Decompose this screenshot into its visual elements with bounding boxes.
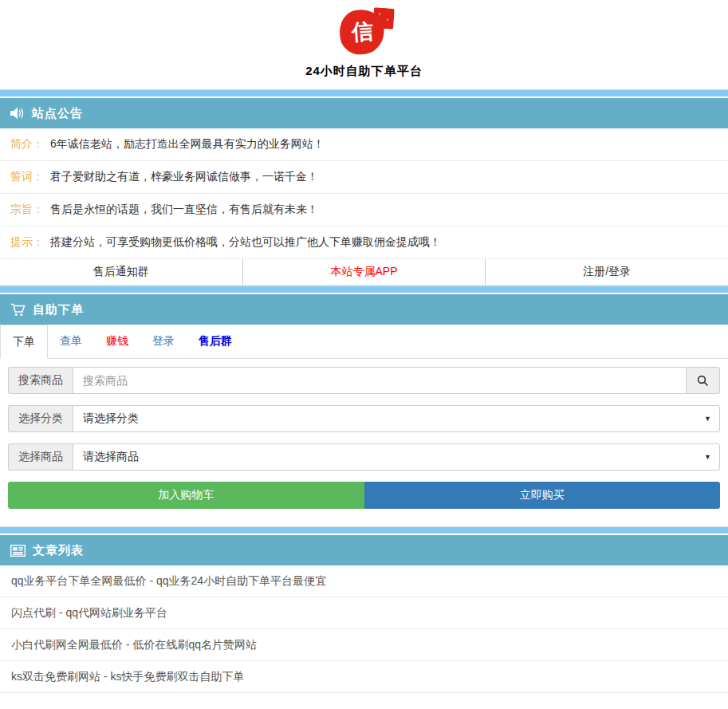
notice-section-header: 站点公告 xyxy=(0,98,728,128)
article-item[interactable]: 闪点代刷 - qq代网站刷业务平台 xyxy=(0,597,728,629)
aftersale-group-link[interactable]: 售后通知群 xyxy=(0,259,243,285)
article-list: qq业务平台下单全网最低价 - qq业务24小时自助下单平台最便宜 闪点代刷 -… xyxy=(0,565,728,693)
product-select[interactable]: 请选择商品 ▼ xyxy=(73,443,720,471)
tab-login[interactable]: 登录 xyxy=(140,325,187,358)
notice-item: 简介： 6年诚信老站，励志打造出全网最具有实力的业务网站！ xyxy=(0,128,728,161)
order-form: 搜索商品 选择分类 请选择分类 ▼ 选择商品 请选择商品 ▼ 加入购物车 立即购… xyxy=(0,359,728,526)
product-select-value: 请选择商品 xyxy=(83,450,139,464)
buy-now-button[interactable]: 立即购买 xyxy=(364,482,721,509)
articles-section-header: 文章列表 xyxy=(0,535,728,565)
category-select[interactable]: 请选择分类 ▼ xyxy=(73,405,720,432)
category-group: 选择分类 请选择分类 ▼ xyxy=(8,405,720,432)
site-app-link[interactable]: 本站专属APP xyxy=(243,259,486,285)
category-addon-label: 选择分类 xyxy=(8,405,73,432)
search-icon xyxy=(697,375,709,387)
tab-earn-money[interactable]: 赚钱 xyxy=(94,325,140,358)
order-section-title: 自助下单 xyxy=(33,302,84,317)
notice-quick-links: 售后通知群 本站专属APP 注册/登录 xyxy=(0,259,728,286)
notice-list: 简介： 6年诚信老站，励志打造出全网最具有实力的业务网站！ 誓词： 君子爱财助之… xyxy=(0,128,728,259)
order-section-header: 自助下单 xyxy=(0,294,728,325)
notice-item-text: 6年诚信老站，励志打造出全网最具有实力的业务网站！ xyxy=(50,137,325,152)
site-title: 24小时自助下单平台 xyxy=(0,64,728,79)
search-input[interactable] xyxy=(73,367,687,394)
product-addon-label: 选择商品 xyxy=(8,443,73,471)
chevron-down-icon: ▼ xyxy=(704,415,711,423)
site-header: 信 24小时自助下单平台 xyxy=(0,0,728,89)
article-item[interactable]: ks双击免费刷网站 - ks快手免费刷双击自助下单 xyxy=(0,661,728,693)
site-logo: 信 xyxy=(329,6,400,57)
search-button[interactable] xyxy=(687,367,720,394)
add-to-cart-button[interactable]: 加入购物车 xyxy=(8,482,364,509)
tab-check-order[interactable]: 查单 xyxy=(48,325,94,358)
article-item[interactable]: 小白代刷网全网最低价 - 低价在线刷qq名片赞网站 xyxy=(0,629,728,661)
notice-item: 宗旨： 售后是永恒的话题，我们一直坚信，有售后就有未来！ xyxy=(0,194,728,226)
cart-icon xyxy=(10,303,26,317)
notice-item: 提示： 搭建分站，可享受购物更低价格哦，分站也可以推广他人下单赚取佣金提成哦！ xyxy=(0,226,728,259)
search-addon-label: 搜索商品 xyxy=(8,367,73,394)
notice-item-text: 君子爱财助之有道，梓豪业务网诚信做事，一诺千金！ xyxy=(50,170,318,184)
articles-section-title: 文章列表 xyxy=(33,543,84,558)
category-select-value: 请选择分类 xyxy=(83,412,139,426)
notice-item: 誓词： 君子爱财助之有道，梓豪业务网诚信做事，一诺千金！ xyxy=(0,161,728,194)
notice-item-label: 誓词： xyxy=(10,170,44,184)
notice-item-label: 提示： xyxy=(10,235,44,250)
section-divider xyxy=(0,286,728,294)
speaker-icon xyxy=(10,107,25,120)
search-group: 搜索商品 xyxy=(8,367,720,394)
section-divider xyxy=(0,526,728,535)
order-actions: 加入购物车 立即购买 xyxy=(8,482,720,509)
tab-aftersale-group[interactable]: 售后群 xyxy=(187,325,244,358)
chevron-down-icon: ▼ xyxy=(704,453,711,461)
newspaper-icon xyxy=(10,545,26,557)
section-divider xyxy=(0,89,728,98)
register-login-link[interactable]: 注册/登录 xyxy=(486,259,728,285)
tab-place-order[interactable]: 下单 xyxy=(0,325,48,359)
notice-section-title: 站点公告 xyxy=(32,106,83,121)
order-tabs: 下单 查单 赚钱 登录 售后群 xyxy=(0,325,728,359)
article-item[interactable]: qq业务平台下单全网最低价 - qq业务24小时自助下单平台最便宜 xyxy=(0,565,728,597)
notice-item-text: 售后是永恒的话题，我们一直坚信，有售后就有未来！ xyxy=(50,203,318,217)
notice-item-label: 简介： xyxy=(10,137,44,152)
notice-item-text: 搭建分站，可享受购物更低价格哦，分站也可以推广他人下单赚取佣金提成哦！ xyxy=(50,235,441,250)
logo-character: 信 xyxy=(350,17,373,47)
notice-item-label: 宗旨： xyxy=(10,203,44,217)
product-group: 选择商品 请选择商品 ▼ xyxy=(8,443,720,471)
